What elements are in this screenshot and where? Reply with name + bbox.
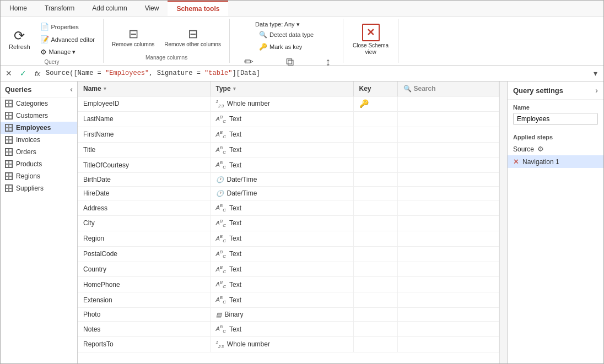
sidebar-item-regions[interactable]: Regions xyxy=(1,170,77,182)
query-name-input[interactable] xyxy=(513,113,598,125)
table-row[interactable]: PostalCodeABCText xyxy=(78,246,499,262)
type-text: Text xyxy=(229,265,241,273)
sidebar-item-categories[interactable]: Categories xyxy=(1,97,77,110)
step-source-label: Source xyxy=(513,145,534,153)
ribbon-tabs: Home Transform Add column View Schema to… xyxy=(1,1,603,17)
tab-view[interactable]: View xyxy=(136,1,168,16)
close-schema-label: Close Schemaview xyxy=(353,42,389,56)
advanced-editor-icon: 📝 xyxy=(40,35,49,44)
sidebar-items: Categories Customers Employees Invoices … xyxy=(1,97,77,363)
table-row[interactable]: LastNameABCText xyxy=(78,111,499,127)
formula-accept-button[interactable]: ✓ xyxy=(17,67,29,79)
cell-empty xyxy=(397,336,499,352)
key-indicator-icon: 🔑 xyxy=(359,99,369,108)
manage-columns-buttons: ⊟ Remove columns ⊟ Remove other columns xyxy=(108,21,225,53)
type-text: Text xyxy=(229,146,241,154)
sidebar-item-customers[interactable]: Customers xyxy=(1,110,77,122)
formula-part-5: ][Data] xyxy=(233,69,260,77)
table-row[interactable]: NotesABCText xyxy=(78,322,499,337)
cell-type: 123Whole number xyxy=(210,96,353,112)
cell-type: ABCText xyxy=(210,262,353,277)
step-source[interactable]: Source ⚙ xyxy=(508,143,603,155)
sidebar-item-products[interactable]: Products xyxy=(1,158,77,170)
step-navigation-1[interactable]: ✕ Navigation 1 xyxy=(508,155,603,168)
sidebar-item-suppliers[interactable]: Suppliers xyxy=(1,182,77,194)
table-row[interactable]: ExtensionABCText xyxy=(78,292,499,308)
remove-columns-button[interactable]: ⊟ Remove columns xyxy=(108,24,158,50)
formula-part-4: "table" xyxy=(204,69,232,77)
cell-key xyxy=(353,200,397,216)
table-row[interactable]: FirstNameABCText xyxy=(78,127,499,142)
formula-cancel-button[interactable]: ✕ xyxy=(3,67,15,79)
tab-schema-tools[interactable]: Schema tools xyxy=(168,1,228,16)
cell-empty xyxy=(397,246,499,262)
step-source-gear-icon[interactable]: ⚙ xyxy=(537,145,544,153)
step-delete-icon[interactable]: ✕ xyxy=(513,157,519,166)
cell-name: TitleOfCourtesy xyxy=(78,157,210,173)
cell-type: ▤Binary xyxy=(210,308,353,322)
cell-empty xyxy=(397,231,499,246)
table-row[interactable]: BirthDate🕐Date/Time xyxy=(78,173,499,187)
advanced-editor-button[interactable]: 📝 Advanced editor xyxy=(36,34,99,45)
table-row[interactable]: TitleABCText xyxy=(78,142,499,157)
table-icon xyxy=(5,160,13,168)
close-schema-button[interactable]: ✕ Close Schemaview xyxy=(348,21,393,58)
sidebar-item-invoices[interactable]: Invoices xyxy=(1,134,77,146)
cell-empty xyxy=(397,216,499,231)
properties-button[interactable]: 📄 Properties xyxy=(36,21,99,32)
tab-home[interactable]: Home xyxy=(1,1,36,16)
ribbon-group-manage-columns: ⊟ Remove columns ⊟ Remove other columns … xyxy=(104,19,230,63)
tab-add-column[interactable]: Add column xyxy=(83,1,136,16)
schema-scroll-container: Name ▾ Type ▾ xyxy=(78,82,507,363)
refresh-button[interactable]: ⟳ Refresh xyxy=(5,26,34,53)
sidebar-collapse-button[interactable]: ‹ xyxy=(70,85,73,94)
cell-empty xyxy=(397,111,499,127)
table-row[interactable]: ReportsTo123Whole number xyxy=(78,336,499,352)
type-icon: ABC xyxy=(216,295,226,305)
formula-expand-button[interactable]: ▾ xyxy=(589,67,601,79)
formula-part-2: "Employees" xyxy=(105,69,149,77)
cell-type: ABCText xyxy=(210,231,353,246)
formula-fx-button[interactable]: fx xyxy=(31,67,44,79)
type-icon: ABC xyxy=(216,324,226,334)
manage-button[interactable]: ⚙ Manage ▾ xyxy=(36,46,99,58)
cell-empty xyxy=(397,127,499,142)
table-row[interactable]: TitleOfCourtesyABCText xyxy=(78,157,499,173)
sidebar-item-orders[interactable]: Orders xyxy=(1,146,77,158)
cell-empty xyxy=(397,200,499,216)
table-row[interactable]: HireDate🕐Date/Time xyxy=(78,187,499,200)
remove-other-columns-button[interactable]: ⊟ Remove other columns xyxy=(160,24,225,50)
cell-name: FirstName xyxy=(78,127,210,142)
cell-key xyxy=(353,216,397,231)
type-text: Date/Time xyxy=(227,189,257,197)
table-row[interactable]: HomePhoneABCText xyxy=(78,277,499,292)
table-row[interactable]: Photo▤Binary xyxy=(78,308,499,322)
type-sort-arrow: ▾ xyxy=(233,86,236,91)
formula-display: Source([Name = "Employees", Signature = … xyxy=(46,69,587,77)
sidebar-item-employees[interactable]: Employees xyxy=(1,122,77,134)
query-settings-expand-button[interactable]: › xyxy=(595,86,598,95)
cell-empty xyxy=(397,142,499,157)
type-icon: 123 xyxy=(216,340,224,349)
cell-name: Country xyxy=(78,262,210,277)
query-buttons: ⟳ Refresh 📄 Properties 📝 Advanced editor xyxy=(5,21,99,58)
type-icon: 123 xyxy=(216,99,224,108)
vertical-scrollbar[interactable] xyxy=(499,82,507,363)
table-row[interactable]: AddressABCText xyxy=(78,200,499,216)
detect-data-type-button[interactable]: 🔍 Detect data type xyxy=(255,29,317,40)
type-icon: ABC xyxy=(216,280,226,289)
applied-steps-label: Applied steps xyxy=(508,129,603,143)
table-row[interactable]: EmployeeID123Whole number🔑 xyxy=(78,96,499,112)
table-icon xyxy=(5,112,13,119)
cell-empty xyxy=(397,322,499,337)
table-row[interactable]: RegionABCText xyxy=(78,231,499,246)
applied-steps-list: Source ⚙ ✕ Navigation 1 xyxy=(508,143,603,168)
mark-as-key-button[interactable]: 🔑 Mark as key xyxy=(255,41,317,52)
table-row[interactable]: CountryABCText xyxy=(78,262,499,277)
tab-transform[interactable]: Transform xyxy=(36,1,83,16)
schema-table-wrapper[interactable]: Name ▾ Type ▾ xyxy=(78,82,499,363)
cell-key xyxy=(353,262,397,277)
cell-name: ReportsTo xyxy=(78,336,210,352)
cell-type: ABCText xyxy=(210,292,353,308)
table-row[interactable]: CityABCText xyxy=(78,216,499,231)
